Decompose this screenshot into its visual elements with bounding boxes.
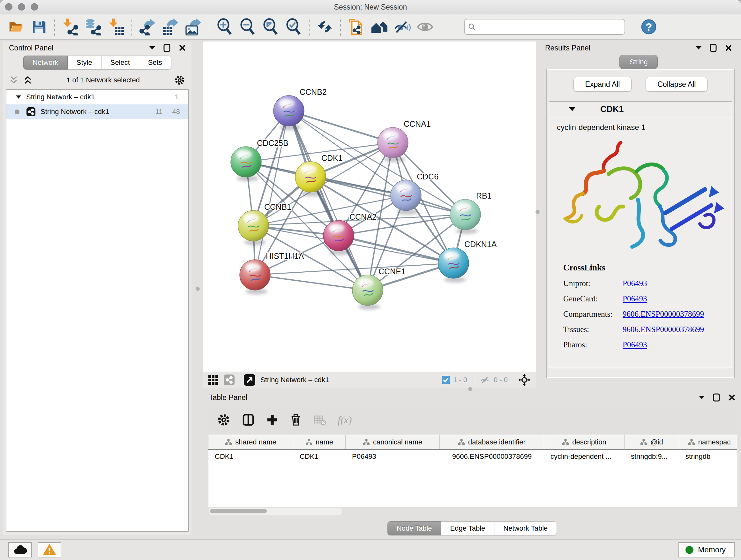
network-collection-row[interactable]: String Network – cdk1 1 xyxy=(6,90,188,105)
tab-select[interactable]: Select xyxy=(102,56,139,70)
float-panel-icon[interactable] xyxy=(163,44,171,52)
close-panel-icon[interactable] xyxy=(179,44,186,51)
crosslink-value-link[interactable]: P06493 xyxy=(623,294,647,303)
left-splitter-handle[interactable] xyxy=(196,287,200,291)
expand-all-button[interactable]: Expand All xyxy=(574,77,632,91)
zoom-window-button[interactable] xyxy=(30,3,38,10)
table-row[interactable]: CDK1CDK1P064939606.ENSP00000378699cyclin… xyxy=(208,450,737,463)
tab-node-table[interactable]: Node Table xyxy=(387,521,441,536)
column-header[interactable]: description xyxy=(544,435,624,449)
network-edge[interactable] xyxy=(255,111,289,275)
minimize-window-button[interactable] xyxy=(18,3,25,10)
column-header[interactable]: shared name xyxy=(208,435,293,449)
toolbar-separator xyxy=(54,17,55,36)
import-network-from-file-button[interactable] xyxy=(59,16,82,37)
network-graph[interactable]: CCNB2CCNA1CDC25BCDK1CDC6RB1CCNB1CCNA2CDK… xyxy=(203,42,536,372)
scrollbar-thumb[interactable] xyxy=(210,509,267,513)
network-node[interactable]: RB1 xyxy=(450,191,492,234)
network-row[interactable]: String Network – cdk1 11 48 xyxy=(6,105,188,119)
control-panel-title: Control Panel xyxy=(9,44,53,52)
panel-menu-caret-icon[interactable] xyxy=(149,46,155,50)
network-node[interactable]: CCNB2 xyxy=(273,87,327,130)
zoom-in-button[interactable] xyxy=(213,16,236,37)
column-header[interactable]: namespac xyxy=(679,435,737,449)
collapse-all-button[interactable]: Collapse All xyxy=(646,77,708,91)
hide-panel-button[interactable] xyxy=(391,16,414,37)
column-header[interactable]: name xyxy=(293,435,346,449)
collapse-all-networks-icon[interactable] xyxy=(23,76,32,84)
open-session-button[interactable] xyxy=(4,16,27,37)
search-input[interactable] xyxy=(476,22,621,31)
crosslink-label: Tissues: xyxy=(563,325,623,334)
tab-style[interactable]: Style xyxy=(68,56,102,70)
network-options-gear-icon[interactable] xyxy=(174,75,185,85)
export-network-button[interactable] xyxy=(136,16,159,37)
network-node[interactable]: CDC25B xyxy=(231,138,288,181)
collapse-section-caret-icon[interactable] xyxy=(569,107,576,111)
cloud-status-button[interactable] xyxy=(8,542,32,557)
birdseye-view-icon[interactable] xyxy=(244,374,255,386)
network-edge[interactable] xyxy=(289,111,367,290)
zoom-selected-button[interactable] xyxy=(282,16,305,37)
warnings-button[interactable] xyxy=(38,542,61,557)
table-cell: CDK1 xyxy=(208,452,293,461)
close-panel-icon[interactable] xyxy=(728,394,735,401)
network-canvas[interactable]: CCNB2CCNA1CDC25BCDK1CDC6RB1CCNB1CCNA2CDK… xyxy=(203,42,536,372)
network-edge[interactable] xyxy=(255,275,367,290)
collapse-caret-icon[interactable] xyxy=(16,95,21,99)
delete-column-icon[interactable] xyxy=(290,413,302,427)
expand-all-networks-icon[interactable] xyxy=(10,76,18,84)
horizontal-splitter-handle[interactable] xyxy=(468,387,472,391)
close-panel-icon[interactable] xyxy=(725,44,732,51)
column-header[interactable]: canonical name xyxy=(346,435,440,449)
tab-string[interactable]: String xyxy=(619,55,657,69)
column-header[interactable]: database identifier xyxy=(440,435,544,449)
horizontal-scrollbar[interactable] xyxy=(208,508,343,515)
crosslink-row: Tissues:9606.ENSP00000378699 xyxy=(563,325,718,334)
panel-menu-caret-icon[interactable] xyxy=(696,46,701,50)
crosslink-value-link[interactable]: 9606.ENSP00000378699 xyxy=(623,310,704,319)
network-view-mode-icon[interactable] xyxy=(224,374,234,385)
network-edge[interactable] xyxy=(289,111,393,143)
pan-crosshair-icon[interactable] xyxy=(518,374,531,386)
panel-menu-caret-icon[interactable] xyxy=(699,395,704,399)
table-options-gear-icon[interactable] xyxy=(217,413,230,427)
grid-view-icon[interactable] xyxy=(208,375,218,385)
table-cell: cyclin-dependent ... xyxy=(544,452,624,461)
save-session-button[interactable] xyxy=(27,16,51,37)
network-node[interactable]: CCNA1 xyxy=(378,119,431,162)
protein-details-box: CDK1 cyclin-dependent kinase 1 xyxy=(549,101,732,368)
memory-button[interactable]: Memory xyxy=(678,542,735,557)
import-network-from-database-button[interactable] xyxy=(82,16,105,37)
apply-preferred-layout-button[interactable] xyxy=(313,16,336,37)
close-window-button[interactable] xyxy=(5,3,12,10)
float-panel-icon[interactable] xyxy=(713,393,720,401)
network-list: String Network – cdk1 1 String Network –… xyxy=(6,89,189,532)
tab-network-table[interactable]: Network Table xyxy=(494,521,557,536)
tab-edge-table[interactable]: Edge Table xyxy=(441,521,495,536)
import-table-from-file-button[interactable] xyxy=(105,16,128,37)
protein-description: cyclin-dependent kinase 1 xyxy=(549,117,732,132)
show-welcome-screen-button[interactable] xyxy=(367,16,391,37)
zoom-out-button[interactable] xyxy=(236,16,259,37)
help-button[interactable]: ? xyxy=(641,18,657,35)
tab-network[interactable]: Network xyxy=(23,56,68,70)
column-header[interactable]: @id xyxy=(624,435,679,449)
import-string-network-button[interactable] xyxy=(345,16,367,37)
network-node[interactable]: CDKN1A xyxy=(438,240,497,283)
selected-checkbox-icon[interactable] xyxy=(442,376,450,384)
fit-content-button[interactable] xyxy=(259,16,282,37)
crosslink-value-link[interactable]: 9606.ENSP00000378699 xyxy=(623,325,704,334)
float-panel-icon[interactable] xyxy=(710,44,717,52)
export-image-button[interactable] xyxy=(182,16,205,37)
add-column-icon[interactable] xyxy=(266,414,278,426)
export-table-button[interactable] xyxy=(159,16,182,37)
crosslink-value-link[interactable]: P06493 xyxy=(623,279,647,288)
show-panel-button[interactable] xyxy=(414,16,436,37)
node-label: CDK1 xyxy=(321,153,343,163)
crosslink-value-link[interactable]: P06493 xyxy=(623,340,647,349)
right-splitter-handle[interactable] xyxy=(536,210,540,214)
network-node[interactable]: CDK1 xyxy=(295,153,343,196)
tab-sets[interactable]: Sets xyxy=(139,56,172,70)
show-columns-icon[interactable] xyxy=(242,413,255,427)
